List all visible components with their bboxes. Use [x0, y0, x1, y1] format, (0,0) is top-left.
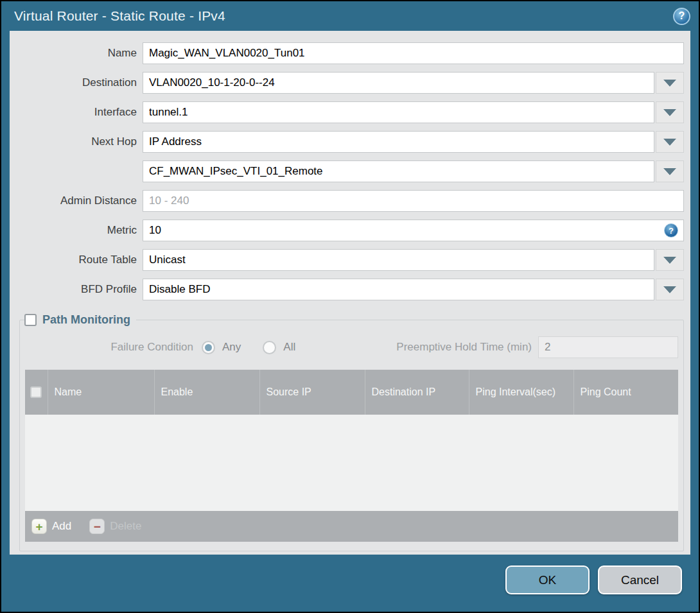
interface-input[interactable] [143, 101, 654, 123]
chevron-down-icon [663, 286, 676, 293]
table-empty-body [25, 415, 678, 511]
static-route-dialog: Virtual Router - Static Route - IPv4 ? N… [0, 0, 700, 613]
column-header-enable: Enable [154, 370, 259, 415]
metric-label: Metric [16, 220, 137, 241]
table-empty-row [25, 415, 678, 511]
destination-input[interactable] [143, 72, 654, 94]
chevron-down-icon [663, 257, 676, 264]
ok-button[interactable]: OK [505, 566, 590, 594]
name-field [143, 42, 684, 64]
route-table-label: Route Table [16, 249, 137, 271]
table-toolbar: + Add − Delete [25, 511, 678, 542]
form-row-next-hop-address [16, 160, 684, 182]
route-table-field [143, 249, 684, 271]
column-header-source-ip: Source IP [259, 370, 365, 415]
destination-field [143, 72, 684, 94]
next-hop-address-input[interactable] [143, 160, 654, 182]
form-row-bfd-profile: BFD Profile [16, 279, 684, 300]
dialog-content: Name Destination Interface Next Hop [10, 31, 690, 555]
failure-condition-all-radio [263, 341, 276, 354]
name-label: Name [16, 42, 137, 64]
path-monitoring-group: Path Monitoring Failure Condition Any Al… [19, 313, 684, 551]
form-row-interface: Interface [16, 101, 684, 123]
next-hop-dropdown-button[interactable] [656, 131, 684, 153]
preemptive-hold-time-input [538, 336, 678, 358]
path-monitoring-table: Name Enable Source IP Destination IP Pin… [25, 370, 678, 511]
interface-field [143, 101, 684, 123]
next-hop-address-label [16, 160, 137, 182]
failure-condition-row: Failure Condition Any All Preemptive Hol… [25, 336, 678, 359]
bfd-profile-input[interactable] [143, 279, 654, 300]
form-row-route-table: Route Table [16, 249, 684, 271]
form-row-next-hop: Next Hop [16, 131, 684, 153]
delete-button-label: Delete [110, 520, 141, 533]
column-header-ping-interval: Ping Interval(sec) [469, 370, 573, 415]
chevron-down-icon [663, 109, 676, 116]
help-tooltip-icon: ? [664, 223, 678, 237]
failure-condition-all-label: All [283, 341, 295, 354]
route-table-dropdown-button[interactable] [656, 249, 684, 271]
path-monitoring-checkbox[interactable] [24, 314, 37, 326]
next-hop-field [143, 131, 684, 153]
admin-distance-field [143, 190, 684, 212]
chevron-down-icon [663, 80, 676, 87]
failure-condition-any-radio [202, 341, 215, 354]
bfd-profile-label: BFD Profile [16, 279, 137, 300]
form-row-destination: Destination [16, 72, 684, 94]
interface-dropdown-button[interactable] [656, 101, 684, 123]
interface-label: Interface [16, 101, 137, 123]
destination-label: Destination [16, 72, 137, 94]
admin-distance-input[interactable] [143, 190, 684, 212]
add-button-label: Add [52, 520, 71, 533]
admin-distance-label: Admin Distance [16, 190, 137, 212]
path-monitoring-legend: Path Monitoring [24, 313, 136, 327]
metric-input[interactable] [143, 220, 684, 241]
column-header-destination-ip: Destination IP [365, 370, 469, 415]
help-icon[interactable]: ? [673, 8, 690, 25]
column-header-ping-count: Ping Count [573, 370, 678, 415]
form-row-name: Name [16, 42, 684, 64]
add-button[interactable]: + Add [31, 519, 71, 534]
route-table-input[interactable] [143, 249, 654, 271]
bfd-profile-dropdown-button[interactable] [656, 279, 684, 300]
form-row-metric: Metric ? [16, 220, 684, 241]
metric-field: ? [143, 220, 684, 241]
bfd-profile-field [143, 279, 684, 300]
dialog-title: Virtual Router - Static Route - IPv4 [14, 8, 225, 24]
name-input[interactable] [143, 42, 684, 64]
table-header-checkbox-cell [25, 370, 48, 415]
destination-dropdown-button[interactable] [656, 72, 684, 94]
column-header-name: Name [48, 370, 154, 415]
radio-selected-dot [205, 344, 212, 351]
cancel-button[interactable]: Cancel [598, 566, 682, 594]
select-all-checkbox [30, 386, 42, 398]
minus-icon: − [89, 519, 105, 534]
dialog-footer: OK Cancel [1, 555, 699, 612]
path-monitoring-title: Path Monitoring [42, 313, 130, 327]
failure-condition-label: Failure Condition [25, 341, 193, 354]
delete-button: − Delete [89, 519, 141, 534]
failure-condition-any-label: Any [222, 341, 241, 354]
chevron-down-icon [663, 139, 676, 146]
chevron-down-icon [663, 168, 676, 175]
next-hop-type-input[interactable] [143, 131, 654, 153]
table-header-row: Name Enable Source IP Destination IP Pin… [25, 370, 678, 415]
plus-icon: + [31, 519, 47, 534]
form-row-admin-distance: Admin Distance [16, 190, 684, 212]
preemptive-hold-time-label: Preemptive Hold Time (min) [396, 341, 532, 354]
next-hop-label: Next Hop [16, 131, 137, 153]
dialog-titlebar: Virtual Router - Static Route - IPv4 ? [1, 1, 699, 31]
next-hop-address-dropdown-button[interactable] [656, 160, 684, 182]
next-hop-address-field [143, 160, 684, 182]
